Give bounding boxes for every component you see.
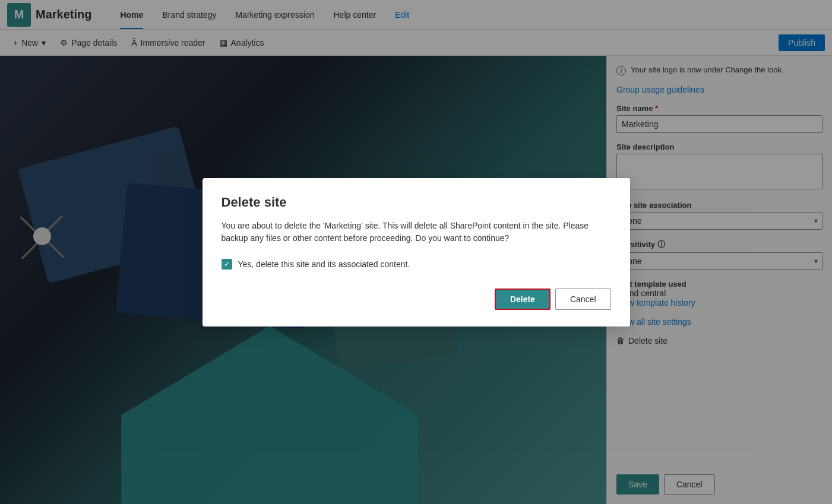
dialog-body: You are about to delete the 'Marketing' … bbox=[222, 220, 611, 245]
dialog-title: Delete site bbox=[222, 195, 611, 210]
delete-dialog: Delete site You are about to delete the … bbox=[203, 178, 630, 327]
dialog-footer: Delete Cancel bbox=[222, 289, 611, 310]
checkbox-label: Yes, delete this site and its associated… bbox=[238, 259, 410, 269]
delete-confirm-button[interactable]: Delete bbox=[495, 289, 551, 310]
checkbox-row: ✓ Yes, delete this site and its associat… bbox=[222, 259, 611, 270]
confirm-checkbox[interactable]: ✓ bbox=[222, 259, 232, 270]
checkbox-check-icon: ✓ bbox=[224, 261, 230, 268]
cancel-dialog-button[interactable]: Cancel bbox=[555, 289, 611, 310]
dialog-overlay: Delete site You are about to delete the … bbox=[0, 0, 832, 504]
